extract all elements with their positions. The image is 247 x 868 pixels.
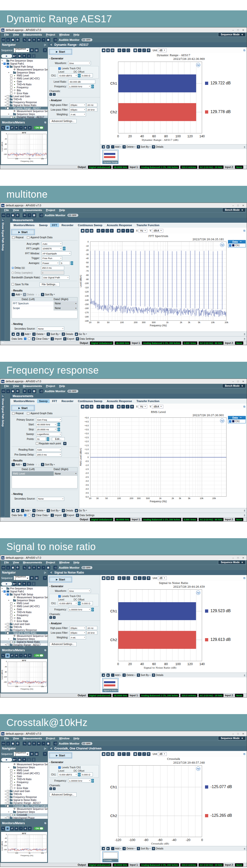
sample-rate[interactable]: 48.0000 kHz bbox=[113, 863, 129, 867]
tree-checkbox[interactable] bbox=[7, 101, 9, 103]
tab[interactable]: Monitors/Meters bbox=[11, 223, 37, 227]
trace-style-icon[interactable]: ≈ bbox=[138, 49, 142, 52]
menu-item[interactable]: Measurements bbox=[21, 561, 44, 564]
tree-item[interactable]: RMS Level bbox=[0, 769, 48, 772]
expander-icon[interactable]: ▾ bbox=[4, 632, 7, 634]
add-monitor-icon[interactable]: ⊕ bbox=[24, 126, 27, 130]
menu-item[interactable]: Window bbox=[57, 561, 71, 564]
cursor-icon[interactable]: ┼ bbox=[110, 229, 114, 232]
tree-checkbox[interactable] bbox=[10, 81, 12, 83]
result-right-select[interactable]: None▾ bbox=[54, 471, 77, 476]
tree-item[interactable]: Frequency bbox=[0, 781, 48, 784]
tree-checkbox[interactable] bbox=[10, 641, 12, 643]
expander-icon[interactable]: ▸ bbox=[4, 793, 7, 795]
table-icon[interactable]: ▦ bbox=[133, 576, 137, 580]
delete-button[interactable]: ✕Delete▾ bbox=[122, 145, 135, 149]
tab[interactable]: Acoustic Response bbox=[105, 223, 134, 227]
expander-icon[interactable]: ▸ bbox=[8, 811, 10, 813]
move-up-icon[interactable]: ↑ bbox=[36, 293, 37, 296]
lp-filter-select[interactable]: Elliptic▾ bbox=[70, 107, 86, 112]
hp-filter-value[interactable]: 20 Hz bbox=[86, 626, 97, 630]
maximize-icon[interactable]: □ bbox=[237, 204, 239, 207]
collapse-icon[interactable]: ± bbox=[244, 337, 245, 340]
points-input[interactable]: 31 bbox=[36, 437, 46, 441]
menu-item[interactable]: Measurements bbox=[21, 384, 44, 388]
expander-icon[interactable]: ▸ bbox=[4, 98, 7, 100]
expander-icon[interactable]: ▾ bbox=[4, 805, 7, 807]
tree-item[interactable]: Measurement Sequence Settings... bbox=[0, 596, 48, 599]
sort-by-button[interactable]: ⇅Sort By▾ bbox=[47, 509, 60, 512]
expander-icon[interactable]: ▸ bbox=[4, 104, 7, 106]
last-icon[interactable]: ▶ bbox=[106, 847, 110, 850]
sample-rate[interactable]: 48.0000 kHz bbox=[113, 694, 129, 697]
monitor-icon[interactable]: ▩ bbox=[46, 742, 50, 746]
tree-checkbox[interactable] bbox=[10, 605, 12, 608]
graph-settings-icon[interactable]: ⚙ bbox=[130, 405, 134, 408]
expander-icon[interactable]: ▸ bbox=[4, 629, 7, 631]
expander-icon[interactable]: ▸ bbox=[8, 599, 10, 601]
tree-item[interactable]: Frequency bbox=[0, 86, 48, 89]
print-icon[interactable]: ▤ bbox=[90, 405, 93, 408]
last-icon[interactable]: ▶ bbox=[106, 145, 110, 149]
tree-checkbox[interactable] bbox=[10, 787, 12, 789]
copy-graph-icon[interactable]: ▥ bbox=[106, 49, 110, 52]
sequence-settings-icon[interactable]: ⚙ bbox=[30, 576, 34, 580]
monitor-icon[interactable]: ▩ bbox=[46, 38, 50, 42]
result-right-select[interactable]: None▾ bbox=[54, 301, 77, 306]
menu-item[interactable]: Window bbox=[57, 33, 71, 36]
titlebar[interactable]: Ap default.approjx - APx500 v7.0 –□✕ bbox=[0, 555, 247, 560]
tree-item[interactable]: Measurement Sequence Settings... bbox=[0, 807, 48, 810]
dataset-thumbnail[interactable]: Dynamic Range -... bbox=[102, 150, 118, 164]
settings-icon[interactable]: ⚙ bbox=[15, 566, 20, 569]
meters-icon[interactable]: ▥ bbox=[27, 38, 31, 42]
clock-monitor-icon[interactable]: ◔ bbox=[19, 654, 23, 657]
tree-item[interactable]: ▸ Signal to Noise Ratio bbox=[0, 799, 48, 801]
expander-icon[interactable]: ▾ bbox=[4, 66, 7, 67]
dataset1-checkbox[interactable] bbox=[24, 338, 27, 340]
external-link-icon[interactable]: ⧉ bbox=[243, 229, 245, 232]
tree-item[interactable]: Gain bbox=[0, 80, 48, 83]
close-icon[interactable]: ✕ bbox=[242, 204, 244, 207]
sequence-select[interactable]: Sequence 1▾ bbox=[14, 48, 29, 52]
scope-monitor-icon[interactable]: ∿ bbox=[1, 827, 5, 830]
save-icon[interactable]: ▣ bbox=[11, 389, 15, 393]
maximize-icon[interactable]: □ bbox=[237, 733, 239, 735]
minimize-icon[interactable]: – bbox=[233, 204, 234, 207]
minimize-icon[interactable]: – bbox=[233, 380, 234, 383]
tree-item[interactable]: ▸ THD+N bbox=[0, 793, 48, 796]
tree-checkbox[interactable] bbox=[10, 814, 12, 816]
sweep-type-select[interactable]: Logarithmic▾ bbox=[36, 432, 62, 436]
back-icon[interactable] bbox=[50, 43, 52, 46]
first-icon[interactable]: ◀ bbox=[102, 674, 105, 677]
add-button[interactable]: +Add▾ bbox=[111, 674, 121, 677]
settings-icon[interactable]: ⚙ bbox=[15, 213, 20, 217]
clock-icon[interactable]: ◔ bbox=[41, 566, 45, 569]
first-icon[interactable]: ◀ bbox=[102, 847, 105, 850]
pin-icon[interactable]: ⇾ bbox=[240, 241, 241, 243]
tree-item[interactable]: ▸ Level and Gain bbox=[0, 789, 48, 793]
save-graph-icon[interactable]: ▣ bbox=[81, 405, 84, 408]
fx-icon[interactable]: ƒ bbox=[126, 405, 130, 408]
delete-button[interactable]: ✕Delete▾ bbox=[32, 333, 45, 336]
open-icon[interactable]: ⌂ bbox=[6, 38, 10, 42]
waveform-select[interactable]: Sine▾ bbox=[68, 589, 91, 593]
clock-monitor-icon[interactable]: ◔ bbox=[19, 827, 23, 830]
monitor-icon[interactable]: ▩ bbox=[32, 389, 36, 393]
frequency-input[interactable]: 1.00000 kHz▾ bbox=[68, 779, 91, 783]
delay-s-input[interactable]: 250.0 ms bbox=[41, 266, 64, 270]
fft-monitor-icon[interactable]: ▦ bbox=[6, 654, 9, 657]
add-button[interactable]: +Add▾ bbox=[21, 509, 31, 512]
tree-checkbox[interactable] bbox=[10, 602, 12, 604]
details-button[interactable]: ⚙Details bbox=[62, 509, 73, 512]
table-icon[interactable]: ▦ bbox=[133, 49, 137, 52]
tree-checkbox[interactable] bbox=[7, 626, 9, 628]
delay-samples-radio[interactable] bbox=[11, 272, 14, 274]
channel-button[interactable]: 1 bbox=[49, 787, 52, 790]
output-config[interactable]: Digital Unbalanced bbox=[90, 341, 114, 345]
dc-offset-input[interactable]: 0.000 D bbox=[81, 73, 93, 78]
primary-source-select[interactable]: Gen Freq▾ bbox=[36, 418, 62, 422]
add-button[interactable]: +Add▾ bbox=[111, 847, 121, 850]
move-up-icon[interactable]: ↑ bbox=[36, 463, 37, 466]
table-icon[interactable]: ▦ bbox=[117, 229, 120, 232]
noise-icon[interactable]: ≋ bbox=[23, 389, 27, 393]
